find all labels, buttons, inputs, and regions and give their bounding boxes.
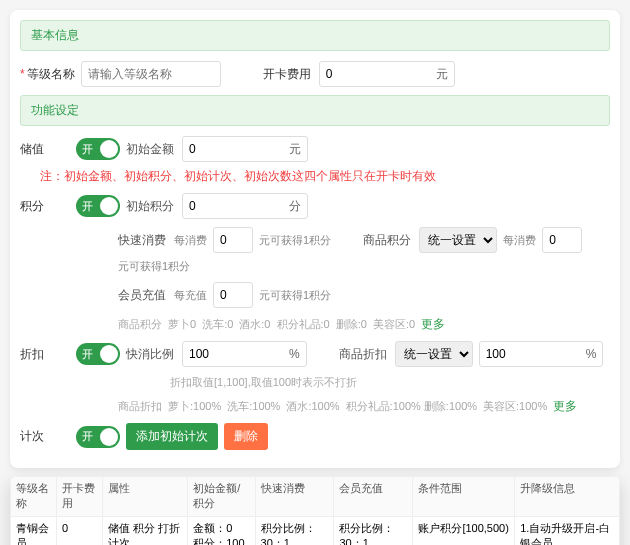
prod-points-label: 商品积分 [363, 232, 413, 249]
discount-label: 折扣 [20, 346, 70, 363]
gray-discount-more[interactable]: 更多 [553, 398, 577, 415]
gray-points-3: 积分礼品:0 [277, 317, 330, 332]
fast-consume-label: 快速消费 [118, 232, 168, 249]
gray-discount-4: 美容区:100% [483, 399, 547, 414]
discount-ratio-input[interactable] [183, 342, 283, 366]
points-toggle[interactable]: 开 [76, 195, 120, 217]
gray-points-5: 美容区:0 [373, 317, 415, 332]
count-label: 计次 [20, 428, 70, 445]
gray-points-0: 萝卜0 [168, 317, 196, 332]
basic-section-header: 基本信息 [20, 20, 610, 51]
init-amount-label: 初始金额 [126, 141, 176, 158]
gray-discount-1: 洗车:100% [227, 399, 280, 414]
table-header: 初始金额/积分 [188, 477, 255, 517]
gray-points-1: 洗车:0 [202, 317, 233, 332]
gray-points-label: 商品积分 [118, 317, 162, 332]
table-cell: 0 [57, 516, 103, 545]
table-cell: 储值 积分 打折 计次 [103, 516, 188, 545]
init-amount-input[interactable] [183, 137, 283, 161]
table-row: 青铜会员0储值 积分 打折 计次金额：0积分：100积分比例：30：1折扣比例：… [11, 516, 620, 545]
prod-discount-input[interactable] [480, 342, 580, 366]
recharge-label: 储值 [20, 141, 70, 158]
card-fee-label: 开卡费用 [263, 66, 313, 83]
table-header: 条件范围 [413, 477, 515, 517]
card-fee-input-wrap: 元 [319, 61, 455, 87]
prod-discount-label: 商品折扣 [339, 346, 389, 363]
table-cell: 积分比例：30：1折扣比例：95% [255, 516, 334, 545]
member-recharge-input[interactable] [213, 282, 253, 308]
gray-points-more[interactable]: 更多 [421, 316, 445, 333]
gray-points-4: 删除:0 [336, 317, 367, 332]
table-cell: 账户积分[100,500) [413, 516, 515, 545]
gray-discount-2: 酒水:100% [286, 399, 339, 414]
discount-ratio-label: 快消比例 [126, 346, 176, 363]
count-toggle[interactable]: 开 [76, 426, 120, 448]
table-header: 属性 [103, 477, 188, 517]
discount-hint: 折扣取值[1,100],取值100时表示不打折 [170, 375, 357, 390]
fast-consume-input[interactable] [213, 227, 253, 253]
level-table: 等级名称开卡费用属性初始金额/积分快速消费会员充值条件范围升降级信息 青铜会员0… [10, 476, 620, 545]
table-cell: 金额：0积分：100 [188, 516, 255, 545]
table-header: 会员充值 [334, 477, 413, 517]
recharge-toggle[interactable]: 开 [76, 138, 120, 160]
prod-points-select[interactable]: 统一设置 [419, 227, 497, 253]
card-fee-unit: 元 [430, 66, 454, 83]
table-header: 开卡费用 [57, 477, 103, 517]
level-name-label: 等级名称 [20, 66, 75, 83]
points-label: 积分 [20, 198, 70, 215]
gray-points-2: 酒水:0 [239, 317, 270, 332]
table-cell: 1.自动升级开启-白银会员2.自动降级关闭 [515, 516, 620, 545]
table-cell: 积分比例：30：1 [334, 516, 413, 545]
gray-discount-0: 萝卜:100% [168, 399, 221, 414]
card-fee-input[interactable] [320, 62, 430, 86]
table-cell: 青铜会员 [11, 516, 57, 545]
init-points-label: 初始积分 [126, 198, 176, 215]
delete-button[interactable]: 删除 [224, 423, 268, 450]
prod-discount-select[interactable]: 统一设置 [395, 341, 473, 367]
note-text: 注：初始金额、初始积分、初始计次、初始次数这四个属性只在开卡时有效 [40, 168, 436, 185]
discount-toggle[interactable]: 开 [76, 343, 120, 365]
func-section-header: 功能设定 [20, 95, 610, 126]
table-header: 升降级信息 [515, 477, 620, 517]
gray-discount-3: 积分礼品:100% 删除:100% [346, 399, 477, 414]
prod-points-input[interactable] [542, 227, 582, 253]
member-recharge-label: 会员充值 [118, 287, 168, 304]
level-name-input[interactable] [81, 61, 221, 87]
add-count-button[interactable]: 添加初始计次 [126, 423, 218, 450]
gray-discount-label: 商品折扣 [118, 399, 162, 414]
table-header: 快速消费 [255, 477, 334, 517]
table-header: 等级名称 [11, 477, 57, 517]
init-points-input[interactable] [183, 194, 283, 218]
